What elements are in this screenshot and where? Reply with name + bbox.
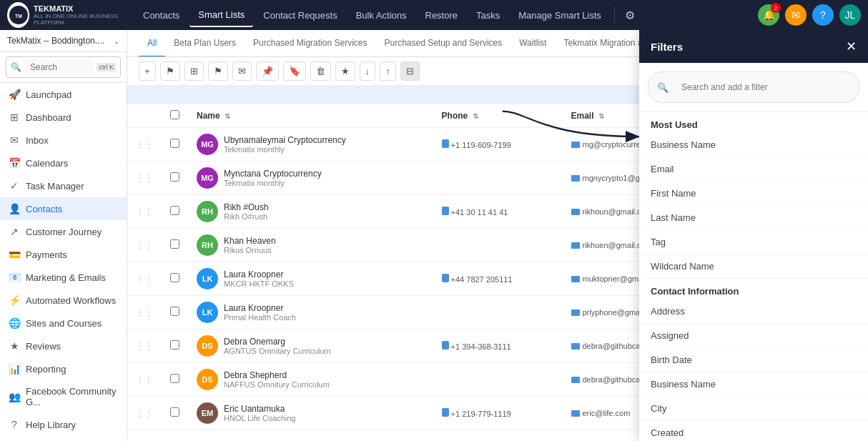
filter-search-input[interactable]: [673, 76, 850, 98]
row-checkbox[interactable]: [170, 273, 179, 282]
filter-item-email[interactable]: Email: [639, 157, 868, 182]
sidebar-item-contacts[interactable]: 👤Contacts: [0, 197, 127, 220]
drag-handle[interactable]: ⋮⋮: [127, 262, 162, 296]
contact-name-cell[interactable]: LK Laura Kroopner Primal Health Coach: [188, 296, 433, 329]
tag-button[interactable]: ⚑: [208, 61, 228, 81]
search-input[interactable]: [24, 59, 94, 75]
add-contact-button[interactable]: +: [139, 61, 156, 81]
tab-migration-services[interactable]: Purchased Migration Services: [245, 30, 375, 57]
notifications-icon[interactable]: 🔔 2: [758, 4, 779, 26]
name-column-header[interactable]: Name ⇅: [188, 104, 433, 128]
sidebar-item-help-library[interactable]: ?Help Library: [0, 413, 127, 436]
phone-column-header[interactable]: Phone ⇅: [433, 104, 563, 128]
drag-handle[interactable]: ⋮⋮: [127, 397, 162, 430]
contact-name-cell[interactable]: DS Debra Shepherd NAFFUS Omnitury Curric…: [188, 363, 433, 397]
row-checkbox[interactable]: [170, 172, 179, 182]
filter-item-tag[interactable]: Tag: [639, 230, 868, 254]
drag-handle[interactable]: ⋮⋮: [127, 363, 162, 397]
filter-item-address[interactable]: Address: [639, 299, 868, 324]
download-button[interactable]: ↓: [360, 61, 376, 81]
drag-handle[interactable]: ⋮⋮: [127, 128, 162, 162]
sidebar-item-launchpad[interactable]: 🚀Launchpad: [0, 83, 127, 106]
tab-waitlist[interactable]: Waitlist: [511, 30, 555, 57]
nav-restore[interactable]: Restore: [417, 4, 467, 26]
user-avatar[interactable]: JL: [839, 4, 861, 26]
sidebar-item-payments[interactable]: 💳Payments: [0, 243, 127, 266]
bookmark-button[interactable]: 🔖: [283, 61, 306, 81]
filter-item-city[interactable]: City: [639, 397, 868, 421]
pin-button[interactable]: 📌: [256, 61, 279, 81]
nav-smart-lists[interactable]: Smart Lists: [189, 4, 253, 27]
contact-name-cell[interactable]: DS Debra Onemarg AGNTUS Omnitary Curricu…: [188, 329, 433, 363]
nav-contact-requests[interactable]: Contact Requests: [255, 4, 345, 26]
filter-item-first-name[interactable]: First Name: [639, 182, 868, 206]
filter-item-wildcard-name[interactable]: Wildcard Name: [639, 254, 868, 279]
tab-setup-services[interactable]: Purchased Setup and Services: [375, 30, 511, 57]
export-button[interactable]: ⊟: [400, 61, 420, 81]
tab-all[interactable]: All: [139, 30, 165, 57]
filter-item-birth-date[interactable]: Birth Date: [639, 348, 868, 372]
sidebar-item-inbox[interactable]: ✉Inbox: [0, 129, 127, 152]
phone-number: +1 119-609-7199: [451, 141, 511, 149]
drag-handle[interactable]: ⋮⋮: [127, 296, 162, 329]
contact-info: Mynctana Cryptocurrency Tekmatix monthly: [224, 169, 322, 187]
filter-item-last-name[interactable]: Last Name: [639, 206, 868, 230]
filter-item-assigned[interactable]: Assigned: [639, 324, 868, 348]
contact-name-cell[interactable]: RH Khan Heaven Rikus Ornuus: [188, 229, 433, 262]
row-checkbox[interactable]: [170, 206, 179, 215]
drag-handle[interactable]: ⋮⋮: [127, 195, 162, 229]
select-all-checkbox[interactable]: [170, 110, 179, 119]
sidebar-item-automated-workflows[interactable]: ⚡Automated Workflows: [0, 289, 127, 312]
sidebar-item-facebook-community-g[interactable]: 👥Facebook Community G...: [0, 380, 127, 413]
sidebar-item-reviews[interactable]: ★Reviews: [0, 335, 127, 357]
sidebar-item-reporting[interactable]: 📊Reporting: [0, 357, 127, 380]
contact-name-cell[interactable]: RH Rikh #Oush Rikh O#rush: [188, 195, 433, 229]
messages-icon[interactable]: ✉: [785, 4, 807, 26]
row-checkbox[interactable]: [170, 340, 179, 350]
sidebar-item-dashboard[interactable]: ⊞Dashboard: [0, 106, 127, 129]
email-button[interactable]: ✉: [232, 61, 252, 81]
sidebar: TekMatix -- Boddington.... ⌄ 🔍 ctrl K 🚀L…: [0, 30, 127, 441]
row-checkbox-cell: [162, 162, 188, 195]
drag-handle[interactable]: ⋮⋮: [127, 162, 162, 195]
org-selector[interactable]: TekMatix -- Boddington.... ⌄: [0, 30, 127, 52]
nav-bulk-actions[interactable]: Bulk Actions: [347, 4, 415, 26]
row-checkbox[interactable]: [170, 374, 179, 383]
filter-item-created[interactable]: Created: [639, 421, 868, 441]
drag-handle[interactable]: ⋮⋮: [127, 229, 162, 262]
contact-name-cell[interactable]: EM Eric Uantamuka HNOL Life Coaching: [188, 397, 433, 430]
contact-subtitle: MKCR HKTF OKKS: [224, 279, 294, 288]
filter-item-business-name[interactable]: Business Name: [639, 133, 868, 157]
filter-item-business-name[interactable]: Business Name: [639, 372, 868, 397]
upload-button[interactable]: ↑: [380, 61, 396, 81]
filter-button[interactable]: ⚑: [160, 61, 180, 81]
filters-header: Filters ✕: [639, 30, 868, 63]
sidebar-item-calendars[interactable]: 📅Calendars: [0, 152, 127, 174]
contact-view-button[interactable]: ⊞: [184, 61, 204, 81]
contact-name-cell[interactable]: LK Laura Kroopner MKCR HKTF OKKS: [188, 262, 433, 296]
sidebar-item-sites-and-courses[interactable]: 🌐Sites and Courses: [0, 312, 127, 335]
row-checkbox-cell: [162, 296, 188, 329]
tab-beta-plan[interactable]: Beta Plan Users: [165, 30, 245, 57]
row-checkbox[interactable]: [170, 307, 179, 316]
contact-name-cell[interactable]: MG Mynctana Cryptocurrency Tekmatix mont…: [188, 162, 433, 195]
help-icon[interactable]: ?: [812, 4, 834, 26]
nav-contacts[interactable]: Contacts: [134, 4, 188, 26]
sidebar-item-marketing--emails[interactable]: 📧Marketing & Emails: [0, 266, 127, 289]
nav-manage-smart-lists[interactable]: Manage Smart Lists: [510, 4, 610, 26]
email-icon: [571, 242, 580, 249]
settings-icon[interactable]: ⚙: [619, 3, 641, 28]
sidebar-item-customer-journey[interactable]: ↗Customer Journey: [0, 220, 127, 243]
contact-name-cell[interactable]: MG Ubynamaleymai Cryptocurrency Tekmatix…: [188, 128, 433, 162]
row-checkbox[interactable]: [170, 139, 179, 148]
nav-tasks[interactable]: Tasks: [468, 4, 508, 26]
star-button[interactable]: ★: [335, 61, 355, 81]
delete-button[interactable]: 🗑: [310, 61, 331, 81]
row-checkbox[interactable]: [170, 407, 179, 417]
row-checkbox[interactable]: [170, 239, 179, 249]
filters-close-button[interactable]: ✕: [846, 39, 857, 54]
row-checkbox-cell: [162, 329, 188, 363]
sidebar-item-task-manager[interactable]: ✓Task Manager: [0, 174, 127, 197]
drag-handle[interactable]: ⋮⋮: [127, 329, 162, 363]
contact-name: Eric Uantamuka: [224, 404, 295, 414]
